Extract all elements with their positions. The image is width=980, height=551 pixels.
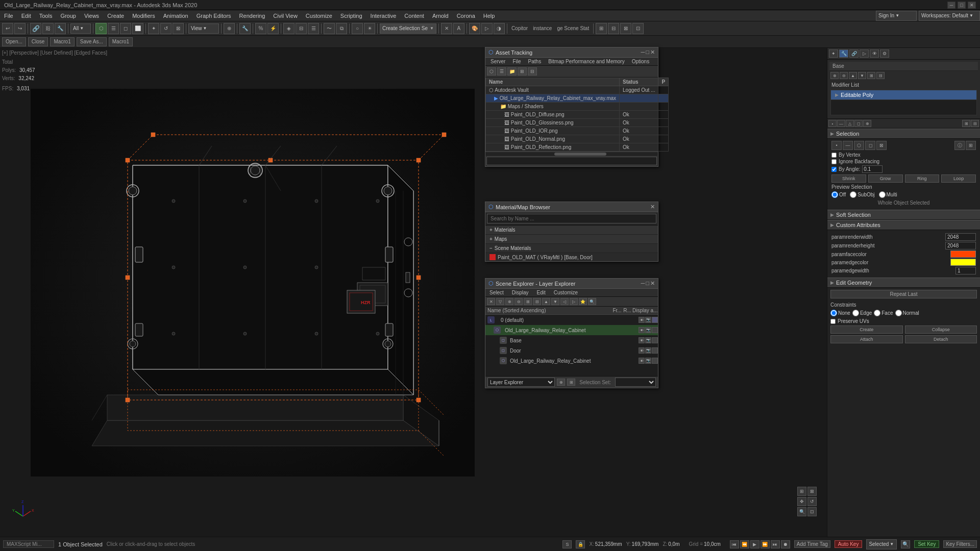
at-tb-4[interactable]: ⊞ [518, 67, 527, 76]
at-tb-2[interactable]: ☰ [497, 67, 506, 76]
mirror[interactable]: ◈ [283, 23, 295, 34]
collapse-button[interactable]: Collapse [905, 325, 977, 334]
se-tb-3[interactable]: ⊞ [524, 298, 532, 305]
attr-facecolor-swatch[interactable] [950, 251, 976, 258]
se-close[interactable]: ✕ [650, 280, 655, 287]
subobj-tb-3[interactable]: △ [846, 120, 854, 127]
se-tb-6[interactable]: ▼ [551, 298, 559, 305]
menu-interactive[interactable]: Interactive [366, 10, 401, 21]
se-row-col5[interactable] [652, 358, 658, 364]
mod-tb-4[interactable]: ▼ [858, 72, 866, 79]
se-layer-select[interactable]: Layer Explorer [487, 378, 555, 387]
asset-tracking-header[interactable]: ⬡ Asset Tracking ─ □ ✕ [485, 47, 658, 58]
use-pivot[interactable]: ⊕ [224, 23, 235, 34]
se-tb-7[interactable]: ◁ [560, 298, 569, 305]
auto-key-btn[interactable]: Auto Key [835, 540, 863, 548]
se-row-vis5[interactable]: 👁 [639, 358, 645, 364]
menu-animation[interactable]: Animation [159, 10, 192, 21]
create-selection-set-area[interactable]: Create Selection Se ▼ [380, 23, 436, 34]
se-row-col2[interactable] [652, 327, 658, 333]
select-rotate[interactable]: ↺ [160, 23, 172, 34]
se-tb-filter[interactable]: ▽ [496, 298, 504, 305]
display-panel[interactable]: 👁 [870, 49, 879, 58]
subobj-tb-1[interactable]: • [828, 120, 837, 127]
constraint-normal[interactable]: Normal [895, 310, 919, 316]
detach-button[interactable]: Detach [905, 335, 977, 343]
modifier-item-editable-poly[interactable]: ▶ Editable Poly [831, 90, 976, 100]
at-row-glossiness[interactable]: 🖼 Paint_OLD_Glossiness.png Ok [486, 119, 669, 127]
key-filters-btn[interactable]: Key Filters... [943, 540, 977, 548]
selection-section-header[interactable]: ▶ Selection [827, 129, 980, 139]
anim-record[interactable]: ⏺ [781, 540, 790, 548]
ring-button[interactable]: Ring [905, 174, 940, 183]
at-path-input[interactable] [486, 157, 657, 165]
menu-edit[interactable]: Edit [17, 10, 35, 21]
se-tb-9[interactable]: ⭐ [579, 298, 587, 305]
preview-off-item[interactable]: Off [831, 191, 846, 198]
reference-coord[interactable]: View▼ [188, 23, 219, 34]
active-shade[interactable]: ◑ [494, 23, 505, 34]
align[interactable]: ⊟ [296, 23, 307, 34]
constraint-normal-radio[interactable] [895, 310, 902, 316]
loop-button[interactable]: Loop [941, 174, 976, 183]
lock-selection-btn[interactable]: 🔒 [576, 540, 585, 548]
maximize-button[interactable]: □ [958, 2, 966, 9]
zoom[interactable]: 🔍 [797, 507, 806, 516]
constraint-none[interactable]: None [830, 310, 850, 316]
ignore-backfacing-check[interactable] [831, 159, 837, 164]
se-row-rend3[interactable]: 📷 [645, 337, 651, 343]
mod-tb-2[interactable]: ⊖ [840, 72, 848, 79]
mb-scene-materials-header[interactable]: − Scene Materials [485, 244, 658, 253]
se-tb-2[interactable]: ⊖ [514, 298, 523, 305]
mod-tb-1[interactable]: ⊕ [830, 72, 839, 79]
se-row-relay-cabinet[interactable]: ⬡ Old_Large_Railway_Relay_Cabinet 👁 📷 [485, 325, 658, 335]
orbit[interactable]: ↺ [807, 497, 817, 506]
se-tb-1[interactable]: ⊕ [505, 298, 513, 305]
anim-end[interactable]: ⏭ [771, 540, 780, 548]
menu-corona[interactable]: Corona [453, 10, 479, 21]
bind-space-warp[interactable]: 🔧 [55, 23, 66, 34]
render-iterative[interactable]: ▷ [481, 23, 493, 34]
se-menu-customize[interactable]: Customize [550, 289, 582, 296]
custom-attrs-header[interactable]: ▶ Custom Attributes [827, 220, 980, 230]
redo-button[interactable]: ↪ [14, 23, 26, 34]
se-row-relay-sub[interactable]: ⬡ Old_Large_Railway_Relay_Cabinet 👁 📷 [485, 356, 658, 366]
se-row-vis2[interactable]: 👁 [639, 327, 645, 333]
render-production[interactable]: 🎨 [469, 23, 480, 34]
zoom-extents[interactable]: ⊞ [797, 487, 806, 496]
schematic-view[interactable]: ⧉ [336, 23, 347, 34]
mod-tb-3[interactable]: ▲ [849, 72, 857, 79]
se-menu-select[interactable]: Select [485, 289, 508, 296]
se-row-door[interactable]: ◻ Door 👁 📷 [485, 345, 658, 356]
se-footer-btn1[interactable]: ⊕ [557, 379, 565, 386]
at-scrollbar-thumb[interactable] [554, 153, 606, 156]
se-tb-10[interactable]: 🔍 [588, 298, 596, 305]
se-row-rend4[interactable]: 📷 [645, 347, 651, 354]
anim-start[interactable]: ⏮ [730, 540, 739, 548]
at-row-maxfile[interactable]: ▶ Old_Large_Railway_Relay_Cabinet_max_vr… [486, 94, 669, 103]
se-row-default[interactable]: L 0 (default) 👁 📷 [485, 315, 658, 325]
menu-file[interactable]: File [0, 10, 17, 21]
select-by-name[interactable]: ☰ [108, 23, 119, 34]
se-maximize[interactable]: □ [646, 280, 649, 287]
layer-manager[interactable]: ☰ [308, 23, 319, 34]
search-btn[interactable]: 🔍 [901, 540, 910, 548]
pan[interactable]: ✥ [797, 497, 806, 506]
constraint-edge-radio[interactable] [852, 310, 859, 316]
create-panel[interactable]: ✦ [829, 49, 838, 58]
macro1-button[interactable]: Macro1 [50, 37, 74, 46]
shrink-button[interactable]: Shrink [831, 174, 866, 183]
mb-maps-header[interactable]: + Maps [485, 235, 658, 244]
menu-scripting[interactable]: Scripting [336, 10, 366, 21]
spinner-snap[interactable]: ⚡ [267, 23, 279, 34]
at-minimize[interactable]: ─ [641, 49, 645, 56]
by-angle-input[interactable] [862, 165, 883, 173]
percent-snap[interactable]: % [255, 23, 266, 34]
anim-next[interactable]: ⏩ [761, 540, 770, 548]
menu-graph-editors[interactable]: Graph Editors [192, 10, 235, 21]
repeat-last-button[interactable]: Repeat Last [830, 290, 977, 298]
at-row-reflection[interactable]: 🖼 Paint_OLD_Reflection.png Ok [486, 143, 669, 152]
attach-button[interactable]: Attach [830, 335, 903, 343]
constraint-face-radio[interactable] [874, 310, 880, 316]
zoom-extents-all[interactable]: ⊠ [807, 487, 817, 496]
